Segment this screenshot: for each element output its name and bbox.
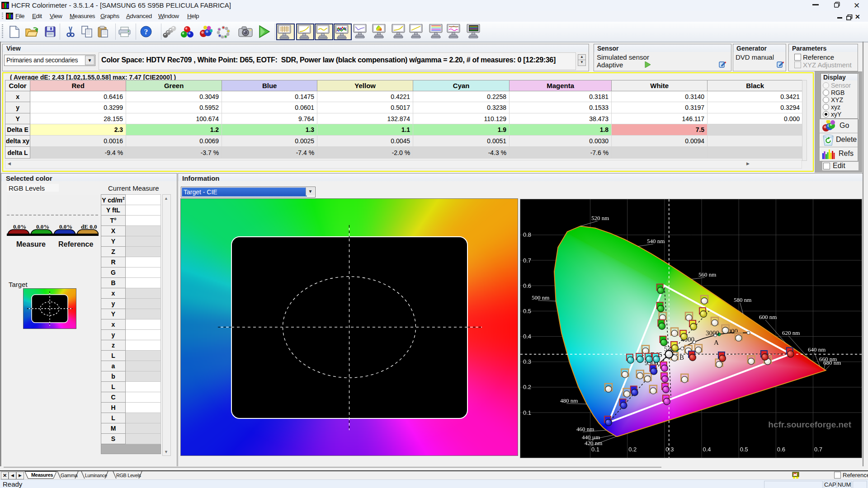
svg-text:?: ? bbox=[144, 28, 148, 36]
